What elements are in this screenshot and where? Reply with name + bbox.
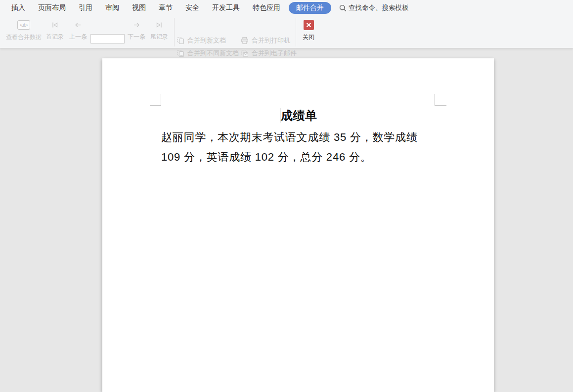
body-line: 赵丽同学，本次期末考试语文成绩 35 分，数学成绩 bbox=[161, 128, 437, 147]
mail-merge-toolbar: ‹ab› 查看合并数据 首记录 上一条 下一条 bbox=[0, 16, 573, 48]
arrow-right-icon bbox=[132, 21, 140, 29]
toolbar-separator bbox=[174, 18, 175, 46]
merge-to-printer-button[interactable]: 合并到打印机 bbox=[241, 36, 290, 45]
email-icon bbox=[241, 49, 249, 57]
search-icon bbox=[339, 4, 347, 12]
command-search[interactable]: 查找命令、搜索模板 bbox=[339, 3, 409, 12]
next-record-label: 下一条 bbox=[126, 33, 147, 41]
prev-record-label: 上一条 bbox=[68, 33, 88, 41]
document-workspace: 成绩单 赵丽同学，本次期末考试语文成绩 35 分，数学成绩 109 分，英语成绩… bbox=[0, 49, 573, 392]
menu-tab-view[interactable]: 视图 bbox=[126, 1, 152, 14]
merge-field-icon: ‹ab› bbox=[17, 20, 30, 30]
close-mail-merge-button[interactable]: 关闭 bbox=[299, 20, 318, 42]
merge-to-new-document-button[interactable]: 合并到新文档 bbox=[176, 36, 226, 45]
ribbon-header: 插入 页面布局 引用 审阅 视图 章节 安全 开发工具 特色应用 邮件合并 查找… bbox=[0, 0, 573, 48]
menu-tab-developer[interactable]: 开发工具 bbox=[206, 1, 246, 14]
document-title[interactable]: 成绩单 bbox=[161, 108, 436, 124]
toolbar-separator bbox=[296, 18, 296, 46]
text-cursor bbox=[280, 108, 281, 123]
menu-tab-mail-merge-active[interactable]: 邮件合并 bbox=[289, 2, 331, 14]
margin-corner-mark-left bbox=[150, 94, 161, 106]
view-merge-data-label: 查看合并数据 bbox=[4, 33, 44, 42]
merge-to-email-label: 合并到电子邮件 bbox=[252, 49, 297, 58]
document-body-paragraph[interactable]: 赵丽同学，本次期末考试语文成绩 35 分，数学成绩 109 分，英语成绩 102… bbox=[161, 128, 437, 167]
merge-new-doc-icon bbox=[176, 37, 184, 44]
printer-icon bbox=[241, 37, 249, 44]
menu-tab-security[interactable]: 安全 bbox=[179, 1, 206, 14]
menu-tab-special-apps[interactable]: 特色应用 bbox=[246, 1, 287, 14]
margin-corner-mark-right bbox=[435, 94, 446, 106]
document-page[interactable]: 成绩单 赵丽同学，本次期末考试语文成绩 35 分，数学成绩 109 分，英语成绩… bbox=[102, 58, 494, 392]
last-record-icon bbox=[155, 21, 163, 29]
menu-tab-review[interactable]: 审阅 bbox=[99, 1, 126, 14]
search-placeholder: 查找命令、搜索模板 bbox=[349, 3, 409, 12]
close-icon bbox=[304, 20, 314, 30]
first-record-icon bbox=[51, 21, 59, 29]
menu-tab-references[interactable]: 引用 bbox=[72, 1, 99, 14]
merge-different-docs-icon bbox=[176, 49, 184, 57]
merge-to-new-document-label: 合并到新文档 bbox=[187, 36, 226, 45]
menu-tab-page-layout[interactable]: 页面布局 bbox=[32, 1, 72, 14]
merge-to-different-documents-button[interactable]: 合并到不同新文档 bbox=[176, 48, 239, 58]
body-line: 109 分，英语成绩 102 分，总分 246 分。 bbox=[161, 147, 437, 167]
record-number-input[interactable] bbox=[90, 34, 125, 44]
first-record-button[interactable]: 首记录 bbox=[44, 20, 65, 41]
arrow-left-icon bbox=[74, 21, 82, 29]
last-record-label: 尾记录 bbox=[149, 33, 170, 41]
menu-tab-section[interactable]: 章节 bbox=[152, 1, 179, 14]
merge-to-different-documents-label: 合并到不同新文档 bbox=[187, 49, 239, 58]
merge-to-email-button[interactable]: 合并到电子邮件 bbox=[241, 48, 297, 58]
view-merge-data-button[interactable]: ‹ab› 查看合并数据 bbox=[4, 20, 44, 42]
first-record-label: 首记录 bbox=[44, 33, 65, 41]
menu-tab-insert[interactable]: 插入 bbox=[5, 1, 32, 14]
close-label: 关闭 bbox=[299, 33, 318, 42]
last-record-button[interactable]: 尾记录 bbox=[149, 20, 170, 41]
prev-record-button[interactable]: 上一条 bbox=[68, 20, 88, 41]
next-record-button[interactable]: 下一条 bbox=[126, 20, 147, 41]
merge-to-printer-label: 合并到打印机 bbox=[252, 36, 290, 45]
menu-bar: 插入 页面布局 引用 审阅 视图 章节 安全 开发工具 特色应用 邮件合并 查找… bbox=[0, 0, 573, 16]
